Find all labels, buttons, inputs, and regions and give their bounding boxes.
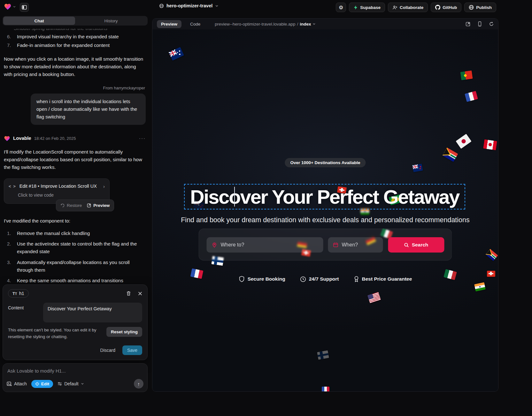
h1-selection-box[interactable]: Discover Your Perfect Getaway <box>184 184 465 209</box>
lovable-heart-icon <box>4 3 12 11</box>
shield-icon <box>239 276 245 282</box>
version-hover-toolbar: Restore Preview <box>56 200 114 212</box>
flag-south-africa-icon <box>485 249 498 261</box>
sliders-icon <box>58 382 62 386</box>
arrow-up-icon: ↑ <box>137 381 140 387</box>
preview-url[interactable]: preview--hero-optimizer-travel.lovable.a… <box>215 22 316 26</box>
save-button[interactable]: Save <box>122 345 142 355</box>
chevron-down-icon <box>312 22 316 26</box>
search-icon <box>404 243 409 247</box>
refresh-button[interactable] <box>489 22 494 26</box>
clipped-previous-line: Smooth spring animations for the transit… <box>4 29 146 32</box>
edit-mode-pill[interactable]: Edit <box>31 380 53 388</box>
edit-card-subtitle: Click to view code <box>9 192 105 199</box>
collaborate-button[interactable]: Collaborate <box>388 3 428 12</box>
assistant-name: Lovable <box>13 134 31 142</box>
project-selector[interactable]: hero-optimizer-travel <box>159 3 219 8</box>
mobile-view-button[interactable] <box>478 21 482 26</box>
github-button[interactable]: GitHub <box>431 3 461 12</box>
feature-row: Secure Booking 24/7 Support Best Price G… <box>152 276 498 282</box>
chat-message-list[interactable]: Smooth spring animations for the transit… <box>0 27 150 283</box>
feature-secure-booking: Secure Booking <box>239 276 285 282</box>
list-item: 2.Use the activeIndex state to control b… <box>4 240 146 256</box>
preview-viewport[interactable]: Over 1000+ Destinations Available Discov… <box>152 29 498 391</box>
close-editor-button[interactable] <box>138 291 142 296</box>
delete-element-button[interactable] <box>126 291 131 296</box>
hero-subtitle: Find and book your dream destination wit… <box>152 216 498 224</box>
preview-toolbar: Preview Code preview--hero-optimizer-tra… <box>152 19 498 29</box>
supabase-button[interactable]: Supabase <box>349 3 385 12</box>
project-name: hero-optimizer-travel <box>166 3 212 8</box>
chat-input-panel: Attach Edit Default ↑ <box>3 363 148 392</box>
tab-code[interactable]: Code <box>186 20 204 28</box>
type-icon: TT <box>12 291 17 296</box>
collaborate-people-icon <box>392 5 397 10</box>
clock-icon <box>300 276 306 282</box>
where-input[interactable] <box>221 242 318 248</box>
flag-new-zealand-icon <box>412 164 423 172</box>
flag-japan-icon <box>456 134 471 149</box>
hero-title[interactable]: Discover Your Perfect Getaway <box>190 185 459 208</box>
globe-icon <box>159 4 164 8</box>
element-editor-panel: TT h1 Content Discover Your Perfect <box>3 284 148 360</box>
user-message-bubble: when i scroll into the individual locati… <box>31 94 146 125</box>
calendar-icon <box>333 242 338 247</box>
where-input-wrap[interactable] <box>207 237 323 253</box>
attach-button[interactable]: Attach <box>7 381 27 386</box>
chevron-down-icon <box>81 382 84 385</box>
when-input[interactable] <box>342 242 378 248</box>
styling-note: This element can't be styled. You can ed… <box>8 327 104 340</box>
preview-version-button[interactable]: Preview <box>87 202 110 209</box>
gear-icon: ⚙ <box>339 4 343 11</box>
panel-layout-icon <box>22 5 27 10</box>
list-item: 7. Fade-in animation for the expanded co… <box>4 42 146 49</box>
sidebar-toggle-button[interactable] <box>20 3 29 12</box>
code-brackets-icon: < > <box>9 183 16 190</box>
reset-styling-button[interactable]: Reset styling <box>106 327 142 337</box>
list-item: 3.Automatically expand/collapse location… <box>4 259 146 274</box>
mode-selector[interactable]: Default <box>58 381 84 386</box>
lovable-logo-menu[interactable] <box>4 3 16 11</box>
assistant-paragraph: I'll modify the LocationScroll component… <box>4 148 146 171</box>
assistant-message-header: Lovable 18:42 on Feb 20, 2025 ··· <box>4 134 146 142</box>
publish-button[interactable]: Publish <box>464 3 496 12</box>
feature-support: 24/7 Support <box>300 276 339 282</box>
assistant-paragraph: Now when you click on a location image, … <box>4 55 146 79</box>
chevron-right-icon: › <box>103 183 105 190</box>
send-button[interactable]: ↑ <box>134 379 143 389</box>
flag-india-icon <box>474 282 486 291</box>
search-button[interactable]: Search <box>388 237 444 253</box>
element-tag-pill[interactable]: TT h1 <box>8 289 29 298</box>
feature-best-price: Best Price Guarantee <box>354 276 412 282</box>
image-attach-icon <box>7 382 12 386</box>
preview-page-name: index <box>300 22 311 26</box>
destinations-badge: Over 1000+ Destinations Available <box>285 158 366 167</box>
discard-button[interactable]: Discard <box>100 348 115 353</box>
preview-panel: Preview Code preview--hero-optimizer-tra… <box>152 18 498 392</box>
tab-chat[interactable]: Chat <box>3 17 75 25</box>
flag-south-africa-icon <box>442 147 458 162</box>
chevron-down-icon <box>13 5 16 8</box>
text-caret <box>234 187 235 207</box>
when-input-wrap[interactable] <box>328 237 383 253</box>
tab-history[interactable]: History <box>75 17 147 25</box>
location-pin-icon <box>212 242 217 248</box>
tab-preview[interactable]: Preview <box>157 20 181 28</box>
message-timestamp: 18:42 on Feb 20, 2025 <box>34 135 76 142</box>
edit-card-title: Edit #18 • Improve Location Scroll UX <box>19 183 97 190</box>
lovable-heart-icon <box>4 135 10 142</box>
chat-input[interactable] <box>7 368 143 374</box>
flag-india-icon <box>360 208 369 215</box>
message-more-button[interactable]: ··· <box>139 134 146 142</box>
flag-portugal-icon <box>460 71 473 80</box>
chevron-down-icon <box>215 4 219 8</box>
settings-button[interactable]: ⚙ <box>336 3 346 12</box>
restore-icon <box>60 203 65 208</box>
content-label: Content <box>8 303 39 322</box>
open-in-new-tab-button[interactable] <box>466 22 470 26</box>
globe-icon <box>469 5 474 10</box>
modifications-list: 1.Remove the manual click handling 2.Use… <box>4 230 146 283</box>
restore-button[interactable]: Restore <box>60 202 82 209</box>
content-textarea[interactable]: Discover Your Perfect Getaway <box>43 303 142 322</box>
flag-canada-icon <box>483 139 497 150</box>
